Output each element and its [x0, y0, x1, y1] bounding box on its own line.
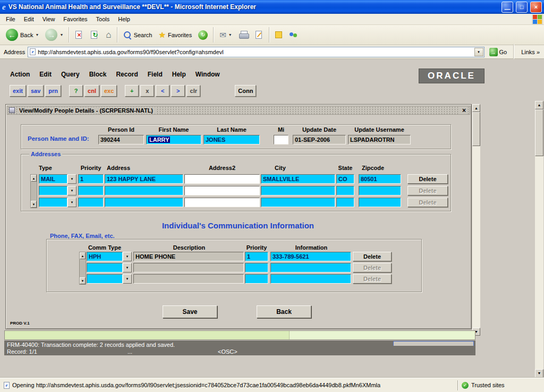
address-type-field[interactable]: MAIL — [39, 174, 67, 184]
communication-scrollbar[interactable]: ▲ ▼ — [79, 252, 86, 285]
state-field[interactable] — [336, 186, 354, 195]
first-name-field[interactable]: LARRY — [146, 135, 201, 144]
oracle-menu-edit[interactable]: Edit — [35, 70, 56, 79]
state-field[interactable]: CO — [336, 174, 354, 184]
address-dropdown-button[interactable]: ▼ — [474, 48, 483, 56]
history-button[interactable]: ↻ — [196, 27, 210, 44]
toolbar-exit-button[interactable]: exit — [10, 85, 26, 97]
comm-information-field[interactable] — [270, 263, 351, 272]
comm-priority-field[interactable] — [245, 263, 268, 272]
notes-button[interactable] — [273, 27, 285, 44]
city-field[interactable]: SMALLVILLE — [261, 174, 335, 184]
scrollbar-thumb[interactable] — [535, 109, 543, 156]
oracle-menu-record[interactable]: Record — [111, 70, 142, 79]
maximize-button[interactable]: □ — [516, 2, 528, 13]
person-id-field[interactable]: 390244 — [98, 135, 144, 144]
toolbar-exc-button[interactable]: exc — [101, 85, 117, 97]
comm-type-dropdown[interactable]: ▼ — [123, 252, 132, 261]
scroll-down-button[interactable]: ▼ — [31, 201, 37, 208]
comm-information-field[interactable]: 333-789-5621 — [270, 252, 351, 261]
addresses-scrollbar[interactable]: ▲ ▼ — [30, 174, 37, 208]
toolbar-help-button[interactable]: ? — [69, 85, 83, 97]
scroll-up-button[interactable]: ▲ — [472, 104, 480, 112]
update-username-field[interactable]: LSPADAROTRN — [348, 135, 411, 144]
edit-button[interactable] — [252, 27, 266, 44]
address-url[interactable]: http://ahsmdevtest.aphis.usda.gov/forms9… — [38, 49, 472, 55]
oracle-menu-field[interactable]: Field — [143, 70, 167, 79]
address-type-field[interactable] — [39, 198, 67, 207]
address-priority-field[interactable]: 1 — [78, 174, 104, 184]
comm-priority-field[interactable] — [245, 274, 268, 284]
address-priority-field[interactable] — [78, 186, 104, 195]
search-button[interactable]: Search — [121, 27, 155, 44]
address-type-dropdown[interactable]: ▼ — [67, 186, 76, 195]
update-date-field[interactable]: 01-SEP-2006 — [293, 135, 346, 144]
close-button[interactable]: × — [530, 2, 542, 13]
back-form-button[interactable]: Back — [257, 305, 311, 318]
comm-type-field[interactable]: HPH — [87, 252, 123, 261]
menu-tools[interactable]: Tools — [92, 14, 114, 24]
zipcode-field[interactable] — [359, 198, 401, 207]
menu-file[interactable]: File — [2, 14, 20, 24]
home-button[interactable]: ⌂ — [103, 27, 114, 44]
address-type-field[interactable] — [39, 186, 67, 195]
scroll-up-button[interactable]: ▲ — [31, 175, 37, 182]
address-priority-field[interactable] — [78, 198, 104, 207]
comm-type-dropdown[interactable]: ▼ — [123, 274, 132, 284]
form-scrollbar[interactable]: ▲ ▼ — [472, 104, 480, 336]
address-input[interactable]: e http://ahsmdevtest.aphis.usda.gov/form… — [28, 47, 484, 57]
toolbar-next-button[interactable]: > — [171, 85, 185, 97]
last-name-field[interactable]: JONES — [203, 135, 260, 144]
address-field[interactable] — [105, 198, 183, 207]
toolbar-cnl-button[interactable]: cnl — [84, 85, 99, 97]
scroll-down-button[interactable]: ▼ — [80, 277, 86, 284]
scroll-up-button[interactable]: ▲ — [80, 252, 86, 259]
oracle-menu-help[interactable]: Help — [167, 70, 191, 79]
form-title-bar[interactable]: View/Modify People Details - (SCRPERSN-N… — [7, 106, 470, 115]
toolbar-remove-button[interactable]: x — [140, 85, 154, 97]
oracle-menu-query[interactable]: Query — [56, 70, 84, 79]
address2-field[interactable] — [184, 186, 260, 195]
minimize-button[interactable]: — — [502, 2, 513, 13]
save-button[interactable]: Save — [163, 305, 217, 318]
links-button[interactable]: Links » — [518, 49, 542, 55]
state-field[interactable] — [336, 198, 354, 207]
address-type-dropdown[interactable]: ▼ — [67, 198, 76, 207]
partially-visible-button[interactable] — [393, 341, 474, 346]
address-type-dropdown[interactable]: ▼ — [67, 174, 76, 184]
scroll-up-button[interactable]: ▲ — [535, 101, 543, 109]
toolbar-insert-button[interactable]: + — [125, 85, 139, 97]
toolbar-previous-button[interactable]: < — [156, 85, 169, 97]
city-field[interactable] — [261, 198, 335, 207]
comm-type-field[interactable] — [87, 274, 123, 284]
scroll-down-button[interactable]: ▼ — [535, 369, 543, 378]
page-scrollbar[interactable]: ▲ ▼ — [535, 101, 543, 378]
scrollbar-thumb[interactable] — [472, 112, 480, 146]
refresh-button[interactable]: ↻ — [88, 27, 102, 44]
city-field[interactable] — [261, 186, 335, 195]
forward-button[interactable]: → ▼ — [42, 27, 66, 44]
menu-favorites[interactable]: Favorites — [59, 14, 91, 24]
zipcode-field[interactable] — [359, 186, 401, 195]
delete-address-button[interactable]: Delete — [407, 174, 448, 184]
toolbar-prn-button[interactable]: prn — [45, 85, 61, 97]
oracle-menu-window[interactable]: Window — [191, 70, 225, 79]
comm-type-dropdown[interactable]: ▼ — [123, 263, 132, 272]
address-field[interactable]: 123 HAPPY LANE — [105, 174, 183, 184]
address2-field[interactable] — [184, 198, 260, 207]
mi-field[interactable] — [274, 135, 288, 144]
comm-priority-field[interactable]: 1 — [245, 252, 268, 261]
address2-field[interactable] — [184, 174, 260, 184]
go-button[interactable]: → Go — [487, 48, 509, 56]
toolbar-conn-button[interactable]: Conn — [235, 85, 256, 97]
menu-edit[interactable]: Edit — [20, 14, 38, 24]
print-button[interactable] — [236, 27, 251, 44]
address-field[interactable] — [105, 186, 183, 195]
delete-comm-button[interactable]: Delete — [353, 252, 392, 261]
oracle-menu-action[interactable]: Action — [5, 70, 35, 79]
toolbar-sav-button[interactable]: sav — [28, 85, 44, 97]
mail-button[interactable]: ✉ ▼ — [217, 27, 235, 44]
comm-information-field[interactable] — [270, 274, 351, 284]
menu-view[interactable]: View — [38, 14, 60, 24]
favorites-button[interactable]: ★ Favorites — [156, 27, 194, 44]
